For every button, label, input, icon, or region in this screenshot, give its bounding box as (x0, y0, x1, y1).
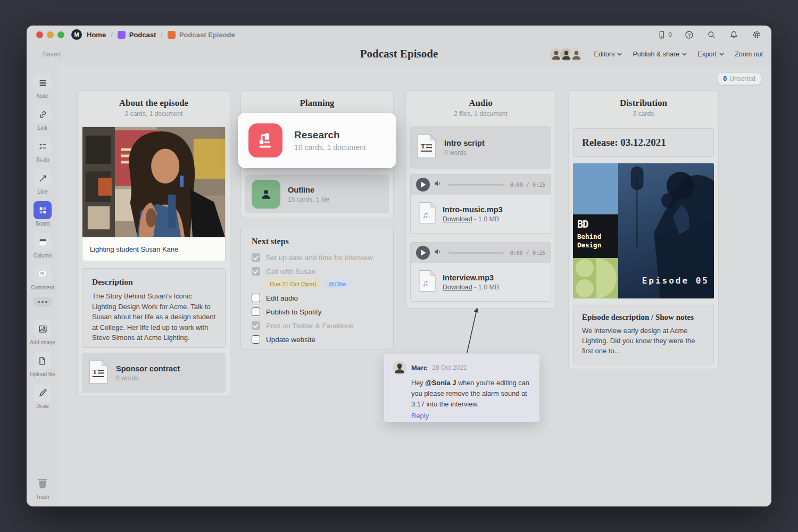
titlebar: M Home / Podcast / Podcast Episode 0 ? (27, 26, 771, 44)
tool-board[interactable]: Board (34, 201, 52, 227)
bell-icon[interactable] (729, 30, 739, 40)
download-link[interactable]: Download (443, 284, 472, 291)
column-subtitle: 2 cards, 1 document (78, 110, 230, 118)
audio-player: 0:00 / 0:25 (411, 243, 551, 263)
assignee-mention-badge[interactable]: @Ollie (325, 279, 350, 288)
artwork-logo-block: BD Behind Design (573, 214, 618, 258)
column-distribution: Distribution 3 cards Release: 03.12.2021… (568, 90, 719, 369)
tool-link[interactable]: Link (34, 105, 52, 131)
audio-card-intro-music: 0:00 / 0:25 ♫ Intro-music.mp3 Download -… (410, 174, 551, 234)
tool-note[interactable]: Note (34, 73, 52, 99)
publish-share-dropdown[interactable]: Publish & share (633, 51, 687, 58)
column-about-the-episode: About the episode 2 cards, 1 document (77, 90, 230, 397)
tool-comment[interactable]: Comment (31, 265, 54, 290)
seek-bar[interactable] (448, 252, 504, 254)
board-card-meta: 15 cards, 1 file (288, 196, 329, 203)
checkbox-unchecked[interactable] (252, 294, 260, 302)
avatar (569, 47, 584, 62)
play-button[interactable] (416, 246, 430, 260)
episode-number: Episode 05 (642, 276, 709, 286)
comment-author: Marc (411, 364, 427, 372)
breadcrumb-home[interactable]: Home (87, 31, 106, 39)
file-size: - 1.0 MB (474, 284, 499, 291)
board-icon-podcast-episode (168, 31, 176, 39)
column-title: Planning (241, 98, 393, 109)
app-window: M Home / Podcast / Podcast Episode 0 ? (27, 26, 771, 506)
volume-icon[interactable] (434, 248, 442, 257)
reply-link[interactable]: Reply (411, 412, 531, 420)
board-icon-podcast (118, 31, 126, 39)
zoom-window-button[interactable] (57, 31, 64, 38)
checkbox-unchecked[interactable] (252, 335, 260, 344)
todo-card-next-steps[interactable]: Next steps Set up date and time for inte… (240, 228, 394, 350)
audio-file-row: ♫ Intro-music.mp3 Download - 1.0 MB (411, 195, 551, 233)
checkbox-checked[interactable] (252, 321, 260, 330)
checkbox-checked[interactable] (252, 253, 260, 262)
svg-text:T: T (421, 142, 426, 150)
note-card-release-date[interactable]: Release: 03.12.2021 (573, 128, 714, 157)
audio-file-icon: ♫ (418, 201, 436, 227)
todo-item: Update website (252, 335, 386, 344)
comment-date: 28 Oct 2021 (432, 364, 467, 371)
tool-line[interactable]: Line (34, 169, 52, 195)
tool-trash[interactable]: Trash (35, 476, 50, 500)
tool-todo[interactable]: To-do (34, 137, 52, 163)
bd-logo: BD (577, 218, 618, 230)
breadcrumb-separator: / (161, 31, 163, 39)
download-link[interactable]: Download (443, 215, 472, 223)
close-window-button[interactable] (36, 31, 43, 38)
export-dropdown[interactable]: Export (697, 51, 724, 58)
window-controls (36, 31, 64, 38)
board-icon (34, 201, 52, 219)
artwork-blue-block (573, 163, 618, 214)
document-card-sponsor-contract[interactable]: T Sponsor contract 0 words (82, 353, 226, 393)
search-icon[interactable] (706, 30, 717, 40)
zoom-out-button[interactable]: Zoom out (735, 51, 763, 58)
file-size: - 1.0 MB (474, 215, 499, 223)
todo-item: Edit audio (252, 294, 386, 302)
board-canvas[interactable]: 0 Unsorted About the episode 2 cards, 1 … (59, 65, 771, 506)
device-count: 0 (669, 31, 672, 38)
todo-item: Set up date and time for interview (252, 253, 386, 262)
column-title: About the episode (78, 98, 230, 109)
minimize-window-button[interactable] (47, 31, 54, 38)
note-card-show-notes[interactable]: Episode description / Show notes We inte… (573, 305, 714, 364)
checkbox-unchecked[interactable] (252, 307, 260, 316)
arrow-line-icon (34, 169, 52, 187)
time-display: 0:00 / 0:25 (510, 182, 545, 188)
play-button[interactable] (416, 178, 430, 192)
unsorted-badge[interactable]: 0 Unsorted (718, 73, 761, 85)
tool-column[interactable]: Column (34, 233, 52, 259)
breadcrumb: Home / Podcast / Podcast Episode (87, 31, 235, 39)
editor-avatars[interactable] (549, 47, 584, 62)
note-title: Description (92, 277, 215, 287)
breadcrumb-podcast[interactable]: Podcast (129, 31, 156, 39)
tool-draw[interactable]: Draw (34, 384, 52, 409)
comment-connector-arrow (399, 299, 495, 363)
description-note-card[interactable]: Description The Story Behind Susan's Ico… (82, 268, 226, 348)
tool-upload-file[interactable]: Upload file (30, 352, 55, 377)
research-board-icon (248, 123, 282, 157)
svg-text:♫: ♫ (422, 210, 428, 219)
gear-icon[interactable] (751, 29, 762, 40)
seek-bar[interactable] (448, 184, 504, 186)
comment-mention[interactable]: @Sonia J (425, 379, 456, 387)
image-card-susan[interactable]: Lighting student Susan Kane (82, 127, 226, 261)
more-tools-button[interactable] (33, 297, 52, 307)
episode-artwork-card[interactable]: BD Behind Design (573, 163, 714, 298)
audio-player: 0:00 / 0:25 (411, 174, 551, 195)
mobile-devices-button[interactable]: 0 (656, 30, 672, 40)
column-audio: Audio 2 files, 1 document T Intro script… (405, 90, 556, 309)
dragged-board-card-research[interactable]: Research 10 cards, 1 document (238, 113, 396, 168)
volume-icon[interactable] (434, 180, 442, 189)
chevron-down-icon (617, 53, 622, 56)
tool-add-image[interactable]: Add image (30, 320, 55, 345)
comment-card[interactable]: Marc 28 Oct 2021 Hey @Sonia J when you'r… (384, 354, 539, 422)
breadcrumb-podcast-episode[interactable]: Podcast Episode (179, 31, 235, 39)
document-card-intro-script[interactable]: T Intro script 0 words (410, 126, 551, 169)
board-card-outline[interactable]: Outline 15 cards, 1 file (245, 175, 389, 213)
help-icon[interactable]: ? (684, 30, 694, 40)
checkbox-checked[interactable] (252, 267, 260, 276)
susan-photo (82, 127, 225, 237)
editors-dropdown[interactable]: Editors (594, 51, 622, 58)
